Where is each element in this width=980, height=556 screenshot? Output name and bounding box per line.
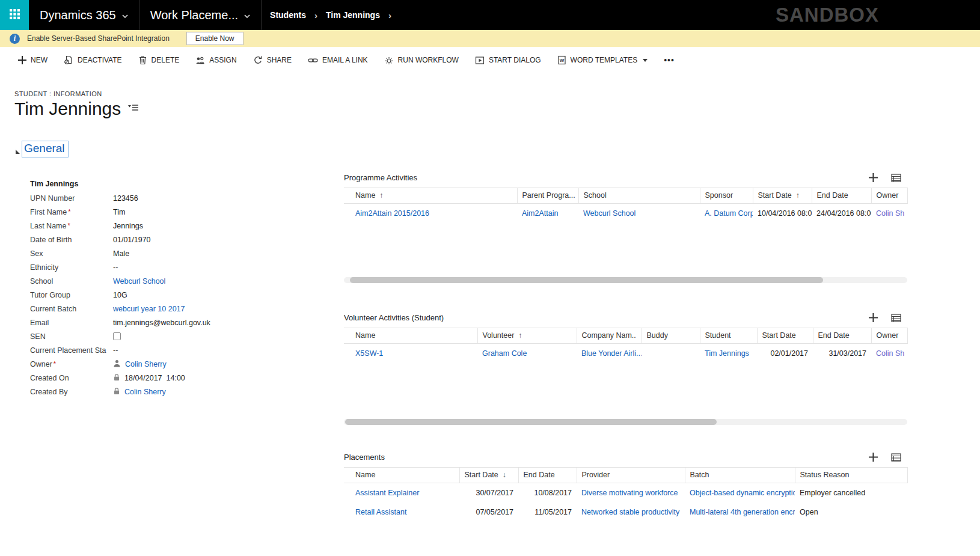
provider-link[interactable]: Networked stable productivity xyxy=(581,508,679,516)
start-dialog-button[interactable]: START DIALOG xyxy=(475,56,541,65)
current-batch-link[interactable]: webcurl year 10 2017 xyxy=(113,305,185,313)
owner-link[interactable]: Colin Sherry xyxy=(125,360,167,368)
field-label: Email xyxy=(30,319,113,327)
share-button[interactable]: SHARE xyxy=(253,55,292,65)
column-header-volunteer[interactable]: Volunteer↑ xyxy=(477,328,577,344)
start-date-value: 10/04/2016 08:00 xyxy=(758,209,812,218)
table-row[interactable]: Retail Assistant 07/05/2017 11/05/2017 N… xyxy=(344,503,907,522)
new-button[interactable]: NEW xyxy=(18,56,47,64)
add-record-button[interactable] xyxy=(869,173,878,182)
open-grid-view-icon[interactable] xyxy=(891,453,901,462)
created-by-link[interactable]: Colin Sherry xyxy=(124,388,166,396)
volunteer-link[interactable]: Graham Cole xyxy=(482,349,527,358)
person-icon xyxy=(113,359,121,369)
module-menu[interactable]: Work Placeme... xyxy=(139,0,261,30)
column-header-parent-programme[interactable]: Parent Progra... xyxy=(517,188,578,204)
email-link-button[interactable]: EMAIL A LINK xyxy=(308,55,368,66)
column-header-batch[interactable]: Batch xyxy=(685,468,795,483)
info-icon: i xyxy=(10,34,20,44)
ethnicity-value[interactable]: -- xyxy=(113,263,118,272)
company-link[interactable]: Blue Yonder Airli... xyxy=(581,349,642,358)
table-row[interactable]: Aim2Attain 2015/2016 Aim2Attain Webcurl … xyxy=(344,204,907,224)
school-link[interactable]: Webcurl School xyxy=(583,209,635,218)
first-name-value[interactable]: Tim xyxy=(113,208,125,216)
app-name-menu[interactable]: Dynamics 365 xyxy=(29,0,139,30)
column-header-company-name[interactable]: Company Nam.. xyxy=(577,328,642,344)
last-name-value[interactable]: Jennings xyxy=(113,222,143,230)
column-header-sponsor[interactable]: Sponsor xyxy=(700,188,753,204)
enable-now-button[interactable]: Enable Now xyxy=(186,32,243,45)
deactivate-button[interactable]: DEACTIVATE xyxy=(64,55,122,65)
sen-checkbox[interactable] xyxy=(113,332,121,340)
upn-number-value[interactable]: 123456 xyxy=(113,194,138,203)
form-column: Tim Jennings UPN Number 123456 First Nam… xyxy=(14,173,344,522)
sponsor-link[interactable]: A. Datum Corpo... xyxy=(705,209,753,218)
column-header-start-date[interactable]: Start Date xyxy=(757,328,813,344)
column-header-end-date[interactable]: End Date xyxy=(812,188,871,204)
tutor-group-value[interactable]: 10G xyxy=(113,291,127,299)
volunteer-activity-link[interactable]: X5SW-1 xyxy=(355,349,383,358)
school-link[interactable]: Webcurl School xyxy=(113,277,165,286)
column-header-student[interactable]: Student xyxy=(700,328,757,344)
date-of-birth-value[interactable]: 01/01/1970 xyxy=(113,236,151,244)
breadcrumb-chevron-icon[interactable]: › xyxy=(388,10,391,20)
word-templates-button[interactable]: W WORD TEMPLATES xyxy=(557,55,648,65)
column-header-start-date[interactable]: Start Date↑ xyxy=(753,188,812,204)
play-box-icon xyxy=(475,56,485,65)
column-header-status-reason[interactable]: Status Reason xyxy=(795,468,907,483)
placement-name-link[interactable]: Assistant Explainer xyxy=(355,489,419,497)
column-header-name[interactable]: Name↑ xyxy=(344,188,517,204)
email-value[interactable]: tim.jennings@webcurl.gov.uk xyxy=(113,319,210,327)
programme-name-link[interactable]: Aim2Attain 2015/2016 xyxy=(355,209,429,218)
more-commands-button[interactable]: ••• xyxy=(664,55,675,65)
record-page: STUDENT : INFORMATION Tim Jennings Gener… xyxy=(0,90,980,522)
subgrid-title: Placements xyxy=(344,453,385,462)
column-header-school[interactable]: School xyxy=(578,188,700,204)
open-grid-view-icon[interactable] xyxy=(891,174,901,182)
batch-link[interactable]: Multi-lateral 4th generation encryp... xyxy=(690,508,795,516)
parent-programme-link[interactable]: Aim2Attain xyxy=(522,209,558,218)
form-selector-icon[interactable] xyxy=(128,103,139,114)
horizontal-scrollbar[interactable] xyxy=(344,277,907,283)
column-header-name[interactable]: Name xyxy=(344,328,477,344)
table-row[interactable]: X5SW-1 Graham Cole Blue Yonder Airli... … xyxy=(344,344,907,364)
column-header-name[interactable]: Name xyxy=(344,468,459,483)
breadcrumb-students[interactable]: Students xyxy=(270,10,306,20)
column-header-buddy[interactable]: Buddy xyxy=(642,328,700,344)
owner-link[interactable]: Colin Sh xyxy=(876,349,904,358)
column-header-start-date[interactable]: Start Date↓ xyxy=(459,468,518,483)
field-label: Owner* xyxy=(30,360,113,368)
volunteer-activities-grid: Name Volunteer↑ Company Nam.. Buddy Stud… xyxy=(344,328,908,363)
provider-link[interactable]: Diverse motivating workforce xyxy=(581,489,678,497)
owner-link[interactable]: Colin Sh xyxy=(876,209,904,218)
field-label: School xyxy=(30,277,113,286)
assign-button[interactable]: ASSIGN xyxy=(195,56,236,65)
run-workflow-button[interactable]: RUN WORKFLOW xyxy=(384,55,459,65)
section-header-general[interactable]: General xyxy=(22,141,69,157)
horizontal-scrollbar[interactable] xyxy=(344,419,907,425)
column-header-end-date[interactable]: End Date xyxy=(813,328,871,344)
scrollbar-thumb[interactable] xyxy=(350,277,823,283)
column-header-end-date[interactable]: End Date xyxy=(518,468,577,483)
trash-icon xyxy=(138,55,147,65)
scrollbar-thumb[interactable] xyxy=(345,419,717,425)
batch-link[interactable]: Object-based dynamic encryption xyxy=(690,489,795,497)
column-header-provider[interactable]: Provider xyxy=(577,468,685,483)
app-launcher-button[interactable] xyxy=(0,0,29,30)
add-record-button[interactable] xyxy=(869,453,878,462)
column-header-owner[interactable]: Owner xyxy=(871,188,907,204)
delete-button[interactable]: DELETE xyxy=(138,55,180,65)
table-row[interactable]: Assistant Explainer 30/07/2017 10/08/201… xyxy=(344,483,907,503)
placement-name-link[interactable]: Retail Assistant xyxy=(355,508,406,516)
add-record-button[interactable] xyxy=(869,313,878,322)
field-label: Last Name* xyxy=(30,222,113,230)
word-doc-icon: W xyxy=(557,55,566,65)
chevron-down-icon xyxy=(244,10,250,20)
open-grid-view-icon[interactable] xyxy=(891,314,901,322)
student-link[interactable]: Tim Jennings xyxy=(705,349,749,358)
sex-value[interactable]: Male xyxy=(113,249,129,258)
current-placement-status-value[interactable]: -- xyxy=(113,346,118,355)
card-header: Tim Jennings xyxy=(30,180,78,188)
column-header-owner[interactable]: Owner xyxy=(871,328,907,344)
breadcrumb-record[interactable]: Tim Jennings xyxy=(326,10,380,20)
